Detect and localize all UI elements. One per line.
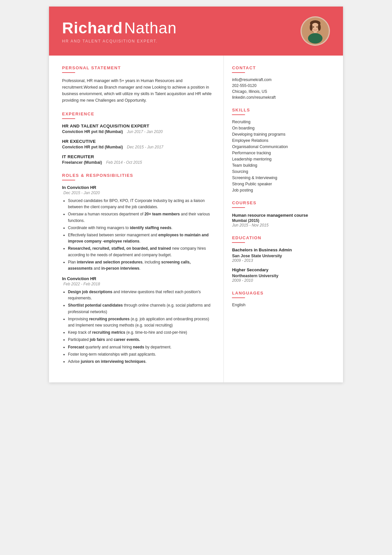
skill-item: Leadership mentoring bbox=[232, 157, 333, 161]
section-divider bbox=[62, 72, 75, 73]
last-name: Nathan bbox=[124, 19, 177, 37]
experience-title: EXPERIENCE bbox=[62, 111, 214, 116]
roles-date: Feb 2022 - Feb 2018 bbox=[63, 282, 214, 286]
edu-year: 2009 - 2010 bbox=[232, 278, 333, 283]
header-name-block: Richard Nathan HR AND TALENT ACQUISITION… bbox=[62, 19, 177, 43]
exp-role: HR Executive bbox=[62, 139, 214, 144]
course-location: Mumbai (2015) bbox=[232, 218, 333, 223]
skill-item: Team building bbox=[232, 163, 333, 168]
exp-company-date: Freelancer (Mumbai) Feb 2014 - Oct 2015 bbox=[62, 159, 214, 165]
personal-statement-title: PERSONAL STATEMENT bbox=[62, 65, 214, 70]
skill-item: Strong Public speaker bbox=[232, 182, 333, 186]
list-item: Forecast quarterly and annual hiring nee… bbox=[68, 344, 214, 350]
exp-company: Conviction HR pvt ltd (Mumbai) bbox=[62, 145, 123, 149]
experience-item: HR AND TALENT ACQUISITION EXPERT Convict… bbox=[62, 124, 214, 134]
education-title: EDUCATION bbox=[232, 235, 333, 240]
roles-group: In Conviction HRFeb 2022 - Feb 2018Desig… bbox=[62, 276, 214, 365]
exp-date: Jun 2017 - Jan 2020 bbox=[127, 129, 163, 134]
list-item: Improvising recruiting procedures (e.g. … bbox=[68, 316, 214, 328]
list-item: Plan interview and selection procedures,… bbox=[68, 259, 214, 272]
skill-item: Recruiting bbox=[232, 120, 333, 124]
roles-group: In Conviction HRDec 2015 - Jan 2020Sourc… bbox=[62, 185, 214, 272]
list-item: Shortlist potential candidates through o… bbox=[68, 302, 214, 315]
skill-item: Sourcing bbox=[232, 169, 333, 174]
list-item: Researched, recruited, staffed, on board… bbox=[68, 245, 214, 258]
skills-title: SKILLS bbox=[232, 108, 333, 112]
exp-company-date: Conviction HR pvt ltd (Mumbai) Dec 2015 … bbox=[62, 144, 214, 150]
experience-divider bbox=[62, 118, 75, 119]
header-title-line: Richard Nathan bbox=[62, 19, 177, 37]
list-item: Coordinate with hiring managers to ident… bbox=[68, 225, 214, 231]
skills-list: RecruitingOn boardingDeveloping training… bbox=[232, 120, 333, 193]
education-item: Bachelors in Business Admin San Jose Sta… bbox=[232, 247, 333, 263]
experience-item: IT Recruiter Freelancer (Mumbai) Feb 201… bbox=[62, 154, 214, 165]
skill-item: On boarding bbox=[232, 126, 333, 130]
exp-company: Freelancer (Mumbai) bbox=[62, 160, 102, 165]
roles-divider bbox=[62, 180, 75, 180]
contact-item: linkedin.com/resumekraft bbox=[232, 95, 333, 100]
list-item: Effectively liaised between senior manag… bbox=[68, 232, 214, 244]
courses-list: Human resource management course Mumbai … bbox=[232, 212, 333, 227]
education-item: Higher Secondary Northeastern University… bbox=[232, 267, 333, 283]
contact-list: info@resumekraft.com202-555-0120Chicago,… bbox=[232, 77, 333, 100]
courses-section: COURSES Human resource management course… bbox=[232, 200, 333, 227]
list-item: Participated job fairs and career events… bbox=[68, 337, 214, 343]
photo-avatar bbox=[302, 18, 328, 44]
body: PERSONAL STATEMENT Professional, HR mana… bbox=[49, 56, 343, 382]
svg-point-7 bbox=[318, 24, 321, 31]
roles-bullet-list: Sourced candidates for BPO, KPO, IT Corp… bbox=[68, 198, 214, 272]
right-column: CONTACT info@resumekraft.com202-555-0120… bbox=[224, 56, 343, 382]
courses-title: COURSES bbox=[232, 200, 333, 205]
roles-section: ROLES & RESPONSIBILITIES In Conviction H… bbox=[62, 173, 214, 365]
contact-item: 202-555-0120 bbox=[232, 83, 333, 88]
edu-university: San Jose State University bbox=[232, 254, 333, 258]
list-item: Oversaw a human resources department of … bbox=[68, 211, 214, 224]
contact-title: CONTACT bbox=[232, 65, 333, 70]
list-item: Keep track of recruiting metrics (e.g. t… bbox=[68, 329, 214, 336]
list-item: Advise juniors on interviewing technique… bbox=[68, 359, 214, 365]
first-name: Richard bbox=[62, 19, 123, 37]
svg-point-9 bbox=[317, 26, 318, 27]
language-item: English bbox=[232, 303, 333, 307]
header: Richard Nathan HR AND TALENT ACQUISITION… bbox=[49, 7, 343, 56]
edu-degree: Higher Secondary bbox=[232, 267, 333, 273]
edu-year: 2009 - 2013 bbox=[232, 258, 333, 263]
roles-bullet-list: Design job descriptions and interview qu… bbox=[68, 289, 214, 365]
svg-point-8 bbox=[313, 26, 314, 27]
edu-degree: Bachelors in Business Admin bbox=[232, 247, 333, 253]
experience-list: HR AND TALENT ACQUISITION EXPERT Convict… bbox=[62, 124, 214, 165]
header-subtitle: HR AND TALENT ACQUISITION EXPERT. bbox=[62, 39, 177, 43]
exp-role: HR AND TALENT ACQUISITION EXPERT bbox=[62, 124, 214, 128]
skill-item: Employee Relations bbox=[232, 138, 333, 143]
contact-section: CONTACT info@resumekraft.com202-555-0120… bbox=[232, 65, 333, 100]
svg-point-5 bbox=[308, 33, 322, 43]
skills-divider bbox=[232, 114, 245, 115]
course-name: Human resource management course bbox=[232, 212, 333, 218]
list-item: Sourced candidates for BPO, KPO, IT Corp… bbox=[68, 198, 214, 210]
contact-item: Chicago, Illinois, US bbox=[232, 89, 333, 94]
skill-item: Organisational Communication bbox=[232, 144, 333, 149]
exp-company-date: Conviction HR pvt ltd (Mumbai) Jun 2017 … bbox=[62, 128, 214, 134]
skill-item: Job posting bbox=[232, 188, 333, 193]
languages-section: LANGUAGES English bbox=[232, 291, 333, 307]
courses-divider bbox=[232, 207, 245, 208]
skill-item: Screening & Interviewing bbox=[232, 176, 333, 180]
contact-item: info@resumekraft.com bbox=[232, 77, 333, 82]
experience-section: EXPERIENCE HR AND TALENT ACQUISITION EXP… bbox=[62, 111, 214, 165]
profile-photo bbox=[301, 16, 330, 46]
course-date: Jun 2015 - Nov 2015 bbox=[232, 223, 333, 227]
experience-item: HR Executive Conviction HR pvt ltd (Mumb… bbox=[62, 139, 214, 150]
roles-company: In Conviction HR bbox=[62, 185, 214, 190]
roles-title: ROLES & RESPONSIBILITIES bbox=[62, 173, 214, 178]
education-section: EDUCATION Bachelors in Business Admin Sa… bbox=[232, 235, 333, 283]
course-item: Human resource management course Mumbai … bbox=[232, 212, 333, 227]
list-item: Design job descriptions and interview qu… bbox=[68, 289, 214, 301]
exp-company: Conviction HR pvt ltd (Mumbai) bbox=[62, 129, 123, 134]
exp-date: Dec 2015 - Jun 2017 bbox=[127, 145, 163, 149]
list-item: Foster long-term relationships with past… bbox=[68, 351, 214, 358]
skill-item: Developing training programs bbox=[232, 132, 333, 137]
personal-statement-section: PERSONAL STATEMENT Professional, HR mana… bbox=[62, 65, 214, 104]
skill-item: Performance tracking bbox=[232, 151, 333, 155]
skills-section: SKILLS RecruitingOn boardingDeveloping t… bbox=[232, 108, 333, 193]
resume-container: Richard Nathan HR AND TALENT ACQUISITION… bbox=[49, 7, 343, 382]
